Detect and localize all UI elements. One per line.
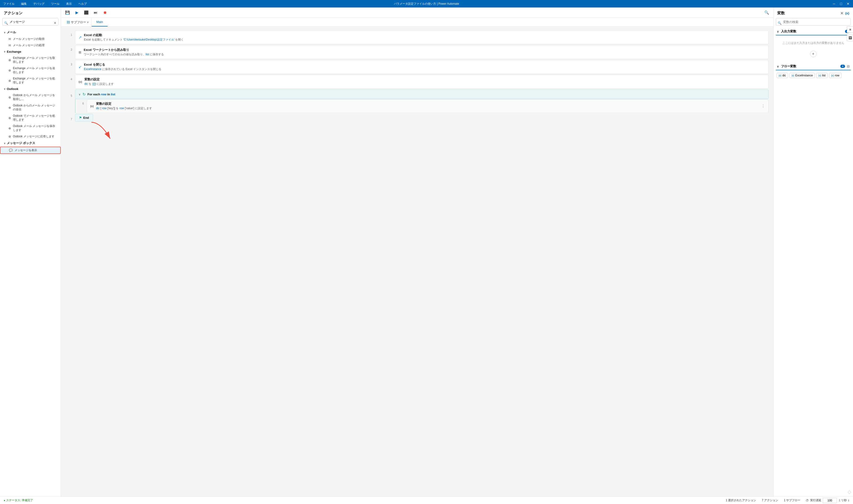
close-button[interactable]: ✕ — [845, 1, 851, 7]
variables-body: ∨ 入出力変数 0 ここにはまだ入力または出力の変数がありません + ∨ フロー… — [773, 28, 853, 487]
step-6-desc: dic [ row ['key']] を row ['value'] に設定しま… — [96, 106, 759, 110]
action-outlook-get[interactable]: ⊕ Outlook からメール メッセージを取得し... — [0, 92, 61, 102]
search-clear-button[interactable]: ✕ — [54, 21, 56, 25]
category-mail[interactable]: ∨ メール — [0, 29, 61, 36]
outlook-reply-icon: ⊕ — [8, 135, 11, 138]
action-exchange-get[interactable]: ⊕ Exchange メール メッセージを取得します — [0, 55, 61, 65]
window-controls[interactable]: ─ □ ✕ — [831, 1, 851, 7]
minimize-button[interactable]: ─ — [831, 1, 837, 7]
var-x-icon3: {x} — [818, 74, 821, 77]
chevron-mail-icon: ∨ — [4, 31, 5, 34]
subflow-dropdown[interactable]: ⛓ サブフロー ∨ — [64, 18, 92, 26]
step-4-number: 4 — [66, 75, 72, 81]
step-1-card[interactable]: ↗ Excel の起動 Excel を起動してドキュメント 'C:\Users\… — [75, 31, 769, 44]
run-button[interactable]: ▶ — [73, 9, 81, 16]
search-button[interactable]: 🔍 — [763, 9, 770, 16]
actions-title: アクション — [0, 7, 61, 18]
menu-tools[interactable]: ツール — [50, 1, 61, 7]
step-6-key: ['key']] を — [106, 107, 119, 110]
action-mail-process[interactable]: ✉ メール メッセージの処理 — [0, 42, 61, 49]
flow-vars-section: ∨ フロー変数 4 ⊟ {x} dic {x} ExcelInstance — [776, 63, 851, 79]
var-chip-dic[interactable]: {x} dic — [777, 73, 788, 78]
image-button[interactable]: 🖼 — [847, 35, 853, 41]
variables-close-button[interactable]: ✕ — [840, 11, 843, 16]
step-6-card[interactable]: {x} 変数の設定 dic [ row ['key']] を row ['val… — [87, 99, 769, 113]
action-show-message[interactable]: 💬 メッセージを表示 — [0, 147, 61, 154]
category-outlook[interactable]: ∨ Outlook — [0, 86, 61, 92]
outlook-get-icon: ⊕ — [8, 95, 11, 99]
action-outlook-reply-label: Outlook メッセージに応答します — [13, 134, 54, 139]
step-2: 2 ⊞ Excel ワークシートから読み取り ワークシート内のすべてのセルの値を… — [66, 45, 769, 59]
flow-vars-title: フロー変数 — [781, 64, 838, 68]
action-show-message-label: メッセージを表示 — [15, 148, 37, 152]
end-card[interactable]: ⚑ End — [75, 114, 93, 122]
step-1-icon: ↗ — [79, 35, 82, 40]
foreach-in-keyword: in — [107, 93, 110, 96]
step-3-content: Excel を閉じる ExcelInstance に保存されている Excel … — [84, 62, 765, 71]
record-button[interactable]: ⏺ — [101, 9, 109, 16]
action-exchange-send-label: Exchange メール メッセージを送信します — [13, 66, 57, 74]
step-6-number: 6 — [77, 99, 84, 105]
step-6-value: ['value'] に設定します — [124, 107, 152, 110]
actions-search-input[interactable] — [2, 18, 58, 25]
step-4-card[interactable]: {x} 変数の設定 dic を {{}} に設定します — [75, 75, 769, 89]
step-4: 4 {x} 変数の設定 dic を {{}} に設定します — [66, 75, 769, 89]
menu-help[interactable]: ヘルプ — [77, 1, 88, 7]
actions-search-container: 🔍 ✕ — [0, 18, 61, 28]
step-button[interactable]: ⏭ — [92, 9, 100, 16]
category-messagebox[interactable]: ∨ メッセージ ボックス — [0, 140, 61, 147]
menu-file[interactable]: ファイル — [2, 1, 16, 7]
actions-panel: アクション 🔍 ✕ ∨ メール ✉ メール メッセージの取得 ✉ メール メッセ… — [0, 7, 61, 497]
action-exchange-send[interactable]: ⊕ Exchange メール メッセージを送信します — [0, 65, 61, 75]
step-3-card[interactable]: ↙ Excel を閉じる ExcelInstance に保存されている Exce… — [75, 60, 769, 74]
input-output-chevron-icon: ∨ — [777, 30, 779, 33]
foreach-icon: ↻ — [83, 92, 86, 96]
vars-filter-icon[interactable]: ⊟ — [847, 65, 850, 68]
step-4-icon: {x} — [79, 80, 82, 83]
stop-button[interactable]: ⬛ — [83, 9, 90, 16]
execution-delay-input[interactable] — [823, 498, 837, 503]
action-outlook-process[interactable]: ⊕ Outlook でメール メッセージを処理します — [0, 113, 61, 123]
add-variable-button[interactable]: + — [810, 51, 817, 57]
flow-vars-header[interactable]: ∨ フロー変数 4 ⊟ — [776, 63, 851, 70]
tab-main[interactable]: Main — [92, 18, 108, 26]
exchange-process-icon: ⊕ — [8, 79, 11, 83]
step-3-icon: ↙ — [79, 65, 82, 69]
action-mail-process-label: メール メッセージの処理 — [13, 43, 45, 47]
var-chip-list[interactable]: {x} list — [816, 73, 828, 78]
title-bar: ファイル 編集 デバッグ ツール 表示 ヘルプ パラメータ設定ファイルの使い方 … — [0, 0, 853, 7]
chevron-outlook-icon: ∨ — [4, 88, 5, 90]
layers-button[interactable]: ≡ — [847, 26, 853, 33]
input-output-header[interactable]: ∨ 入出力変数 0 — [776, 28, 851, 35]
search-icon: 🔍 — [4, 21, 8, 25]
outlook-send-icon: ⊕ — [8, 106, 11, 109]
collapse-foreach-button[interactable]: ∨ — [79, 93, 81, 96]
save-button[interactable]: 💾 — [64, 9, 71, 16]
menu-edit[interactable]: 編集 — [20, 1, 28, 7]
foreach-step[interactable]: ∨ ↻ For each row in list — [75, 90, 769, 99]
category-mail-label: メール — [7, 30, 16, 34]
action-outlook-reply[interactable]: ⊕ Outlook メッセージに応答します — [0, 133, 61, 140]
action-mail-get-label: メール メッセージの取得 — [13, 37, 45, 41]
menu-view[interactable]: 表示 — [65, 1, 73, 7]
step-6-menu-button[interactable]: ⋮ — [761, 104, 765, 108]
category-exchange[interactable]: ∨ Exchange — [0, 49, 61, 55]
variables-search-container: 🔍 — [773, 18, 853, 28]
step-1-number: 1 — [66, 31, 72, 37]
variables-xbtn[interactable]: {x} — [845, 12, 849, 15]
action-exchange-process[interactable]: ⊕ Exchange メール メッセージを処理します — [0, 75, 61, 86]
action-outlook-save[interactable]: ⊕ Outlook メール メッセージを保存します — [0, 123, 61, 133]
action-mail-get[interactable]: ✉ メール メッセージの取得 — [0, 36, 61, 42]
menu-bar[interactable]: ファイル 編集 デバッグ ツール 表示 ヘルプ — [2, 1, 88, 7]
message-display-icon: 💬 — [9, 148, 13, 152]
action-outlook-send[interactable]: ⊕ Outlook からのメール メッセージの送信 — [0, 102, 61, 113]
var-chip-excelinst[interactable]: {x} ExcelInstance — [789, 73, 815, 78]
var-chip-row[interactable]: {x} row — [829, 73, 841, 78]
step-4-val: {{}} — [92, 82, 96, 86]
variables-search-input[interactable] — [776, 18, 851, 25]
status-text: ステータス: 準備完了 — [4, 498, 33, 502]
menu-debug[interactable]: デバッグ — [32, 1, 46, 7]
maximize-button[interactable]: □ — [838, 1, 844, 7]
step-2-card[interactable]: ⊞ Excel ワークシートから読み取り ワークシート内のすべてのセルの値を読み… — [75, 45, 769, 59]
flow-vars-list: {x} dic {x} ExcelInstance {x} list {x} r… — [776, 72, 851, 79]
